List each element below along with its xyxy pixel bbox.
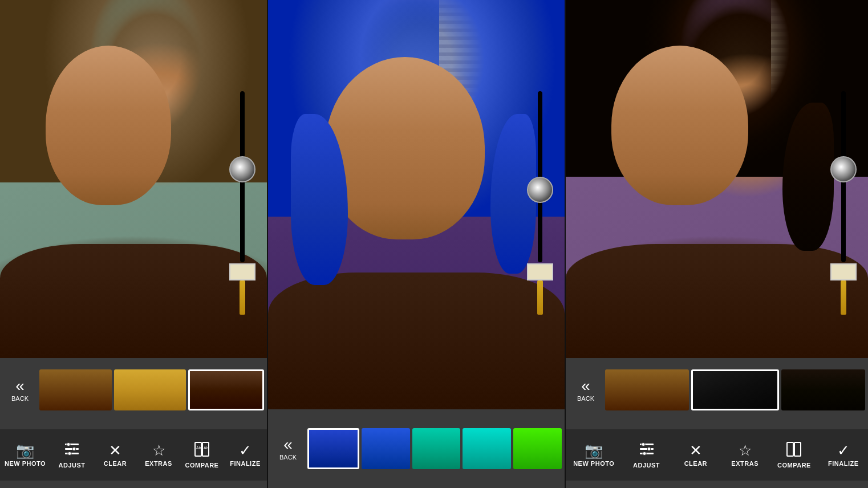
extras-button-right[interactable]: ☆ EXTRAS (728, 443, 762, 467)
slider-tool-center[interactable] (527, 91, 553, 315)
slider-thumb-right[interactable] (830, 156, 857, 182)
svg-rect-11 (640, 448, 654, 450)
back-label-right: BACK (577, 395, 594, 402)
slider-tool-left[interactable] (229, 91, 255, 315)
swatches-row-center: « BACK (268, 425, 565, 473)
main-container: « BACK 📷 NEW PHOTO (0, 0, 868, 488)
swatch-very-dark-right[interactable] (781, 369, 865, 410)
extras-label-right: EXTRAS (731, 460, 759, 467)
photo-area-left (0, 0, 267, 358)
slider-track-center[interactable] (538, 91, 542, 262)
slider-track-left[interactable] (240, 91, 245, 262)
slider-tool-right[interactable] (830, 91, 857, 315)
finalize-icon-right: ✓ (837, 443, 850, 458)
back-label-center: BACK (279, 454, 297, 461)
slider-bottom-left (229, 263, 255, 280)
clear-button-right[interactable]: ✕ CLEAR (679, 443, 713, 467)
compare-icon-right (786, 441, 802, 459)
clear-icon-left: ✕ (109, 443, 121, 458)
adjust-button-right[interactable]: ADJUST (630, 441, 664, 469)
extras-icon-right: ☆ (739, 443, 752, 458)
compare-icon-left: Ab Ab (194, 441, 210, 459)
back-button-center[interactable]: « BACK (271, 437, 305, 461)
slider-thumb-center[interactable] (527, 177, 553, 203)
bottom-toolbar-right: « BACK 📷 NEW PHOTO (566, 358, 868, 488)
bottom-toolbar-center: « BACK (268, 409, 565, 488)
swatch-darkbrown-left[interactable] (188, 369, 264, 410)
slider-thumb-left[interactable] (229, 156, 255, 182)
clear-button-left[interactable]: ✕ CLEAR (98, 443, 132, 467)
swatch-teal2-center[interactable] (463, 428, 511, 469)
svg-point-5 (68, 452, 71, 455)
new-photo-button-right[interactable]: 📷 NEW PHOTO (573, 443, 614, 467)
adjust-icon-right (639, 441, 655, 459)
photo-area-center (268, 0, 565, 409)
extras-icon-left: ☆ (152, 443, 165, 458)
adjust-label-left: ADJUST (59, 462, 86, 469)
bottom-toolbar-left: « BACK 📷 NEW PHOTO (0, 358, 267, 488)
swatch-brown-left[interactable] (39, 369, 112, 410)
svg-point-14 (647, 447, 651, 450)
back-chevron-center: « (283, 437, 293, 453)
clear-label-right: CLEAR (684, 460, 707, 467)
slider-bottom-right (830, 263, 857, 280)
svg-point-13 (642, 442, 645, 446)
slider-bottom-center (527, 263, 553, 280)
swatch-brown-right[interactable] (605, 369, 689, 410)
slider-handle-right (841, 280, 846, 315)
svg-point-15 (643, 452, 646, 455)
extras-label-left: EXTRAS (145, 460, 172, 467)
photo-area-right (566, 0, 868, 358)
swatch-dark-right[interactable] (691, 369, 778, 410)
svg-text:Ab: Ab (204, 446, 209, 450)
photo-right (566, 0, 868, 358)
svg-rect-2 (65, 453, 79, 454)
clear-icon-right: ✕ (689, 443, 702, 458)
adjust-label-right: ADJUST (633, 462, 660, 469)
svg-rect-17 (794, 442, 801, 456)
back-label-left: BACK (11, 395, 29, 402)
swatch-blonde-left[interactable] (114, 369, 186, 410)
photo-center (268, 0, 565, 409)
back-button-right[interactable]: « BACK (569, 378, 603, 402)
swatch-green-center[interactable] (513, 428, 562, 469)
photo-left (0, 0, 267, 358)
clear-label-left: CLEAR (104, 460, 127, 467)
swatch-teal-center[interactable] (412, 428, 461, 469)
finalize-label-left: FINALIZE (230, 460, 261, 467)
slider-handle-left (240, 280, 245, 315)
camera-icon-left: 📷 (16, 443, 34, 458)
svg-text:Ab: Ab (196, 446, 201, 450)
finalize-button-left[interactable]: ✓ FINALIZE (228, 443, 262, 467)
svg-point-3 (67, 442, 70, 446)
finalize-icon-left: ✓ (239, 443, 252, 458)
svg-rect-1 (65, 448, 79, 450)
compare-label-right: COMPARE (777, 462, 811, 469)
panel-left: « BACK 📷 NEW PHOTO (0, 0, 267, 488)
back-chevron-right: « (581, 378, 590, 394)
new-photo-button-left[interactable]: 📷 NEW PHOTO (5, 443, 46, 467)
new-photo-label-right: NEW PHOTO (573, 460, 614, 467)
adjust-button-left[interactable]: ADJUST (55, 441, 89, 469)
compare-button-left[interactable]: Ab Ab COMPARE (185, 441, 219, 469)
svg-rect-12 (640, 453, 654, 454)
adjust-icon-left (64, 441, 80, 459)
slider-handle-center (537, 280, 543, 315)
panel-right: « BACK 📷 NEW PHOTO (566, 0, 868, 488)
finalize-button-right[interactable]: ✓ FINALIZE (826, 443, 861, 467)
swatch-blue-center[interactable] (307, 428, 359, 469)
swatch-blue2-center[interactable] (362, 428, 410, 469)
back-button-left[interactable]: « BACK (3, 378, 37, 402)
finalize-label-right: FINALIZE (828, 460, 859, 467)
actions-row-left: 📷 NEW PHOTO ADJUST (0, 429, 267, 481)
slider-track-right[interactable] (841, 91, 846, 262)
compare-button-right[interactable]: COMPARE (777, 441, 811, 469)
svg-point-4 (72, 447, 76, 450)
camera-icon-right: 📷 (585, 443, 603, 458)
extras-button-left[interactable]: ☆ EXTRAS (141, 443, 176, 467)
compare-label-left: COMPARE (185, 462, 219, 469)
new-photo-label-left: NEW PHOTO (5, 460, 46, 467)
swatches-row-right: « BACK (566, 365, 868, 414)
svg-rect-16 (787, 442, 793, 456)
panel-center: « BACK (267, 0, 566, 488)
